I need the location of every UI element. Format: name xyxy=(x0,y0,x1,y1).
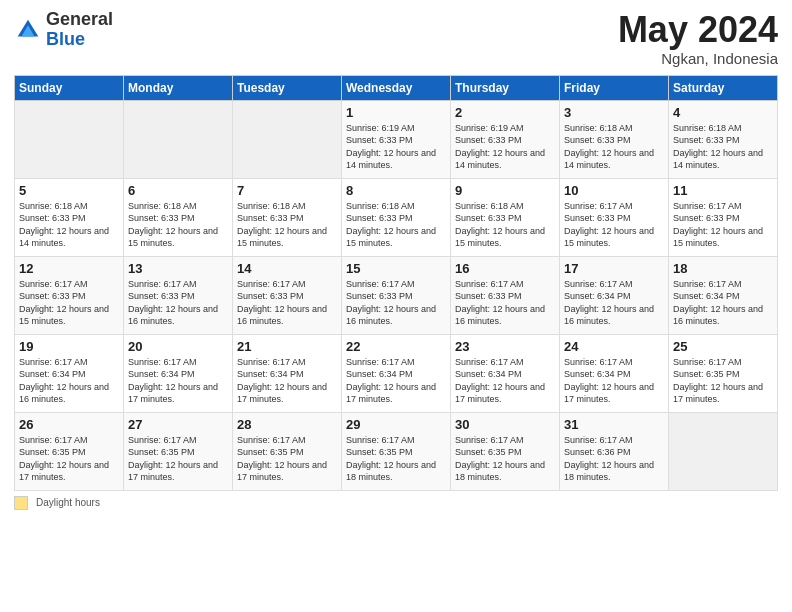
day-header: Friday xyxy=(560,75,669,100)
day-info: Sunrise: 6:17 AM Sunset: 6:35 PM Dayligh… xyxy=(237,434,337,484)
day-info: Sunrise: 6:17 AM Sunset: 6:34 PM Dayligh… xyxy=(673,278,773,328)
calendar-cell: 15Sunrise: 6:17 AM Sunset: 6:33 PM Dayli… xyxy=(342,256,451,334)
day-info: Sunrise: 6:17 AM Sunset: 6:33 PM Dayligh… xyxy=(673,200,773,250)
calendar-cell: 25Sunrise: 6:17 AM Sunset: 6:35 PM Dayli… xyxy=(669,334,778,412)
calendar-body: 1Sunrise: 6:19 AM Sunset: 6:33 PM Daylig… xyxy=(15,100,778,490)
header: General Blue May 2024 Ngkan, Indonesia xyxy=(14,10,778,67)
calendar-cell: 16Sunrise: 6:17 AM Sunset: 6:33 PM Dayli… xyxy=(451,256,560,334)
day-info: Sunrise: 6:17 AM Sunset: 6:33 PM Dayligh… xyxy=(237,278,337,328)
calendar-cell: 26Sunrise: 6:17 AM Sunset: 6:35 PM Dayli… xyxy=(15,412,124,490)
calendar-cell: 9Sunrise: 6:18 AM Sunset: 6:33 PM Daylig… xyxy=(451,178,560,256)
day-number: 27 xyxy=(128,417,228,432)
day-number: 31 xyxy=(564,417,664,432)
footer: Daylight hours xyxy=(14,496,778,510)
calendar-header-row: SundayMondayTuesdayWednesdayThursdayFrid… xyxy=(15,75,778,100)
day-info: Sunrise: 6:17 AM Sunset: 6:35 PM Dayligh… xyxy=(673,356,773,406)
day-number: 30 xyxy=(455,417,555,432)
day-number: 28 xyxy=(237,417,337,432)
day-info: Sunrise: 6:17 AM Sunset: 6:33 PM Dayligh… xyxy=(346,278,446,328)
calendar-cell: 20Sunrise: 6:17 AM Sunset: 6:34 PM Dayli… xyxy=(124,334,233,412)
calendar-week-row: 12Sunrise: 6:17 AM Sunset: 6:33 PM Dayli… xyxy=(15,256,778,334)
day-info: Sunrise: 6:17 AM Sunset: 6:33 PM Dayligh… xyxy=(564,200,664,250)
calendar-cell: 7Sunrise: 6:18 AM Sunset: 6:33 PM Daylig… xyxy=(233,178,342,256)
calendar-cell: 17Sunrise: 6:17 AM Sunset: 6:34 PM Dayli… xyxy=(560,256,669,334)
daylight-swatch xyxy=(14,496,28,510)
calendar-cell: 4Sunrise: 6:18 AM Sunset: 6:33 PM Daylig… xyxy=(669,100,778,178)
calendar-cell: 31Sunrise: 6:17 AM Sunset: 6:36 PM Dayli… xyxy=(560,412,669,490)
logo-blue: Blue xyxy=(46,30,113,50)
day-number: 22 xyxy=(346,339,446,354)
day-info: Sunrise: 6:17 AM Sunset: 6:35 PM Dayligh… xyxy=(346,434,446,484)
calendar-week-row: 19Sunrise: 6:17 AM Sunset: 6:34 PM Dayli… xyxy=(15,334,778,412)
calendar-cell: 28Sunrise: 6:17 AM Sunset: 6:35 PM Dayli… xyxy=(233,412,342,490)
day-number: 14 xyxy=(237,261,337,276)
title-location: Ngkan, Indonesia xyxy=(618,50,778,67)
day-number: 8 xyxy=(346,183,446,198)
calendar-cell: 23Sunrise: 6:17 AM Sunset: 6:34 PM Dayli… xyxy=(451,334,560,412)
calendar-cell: 29Sunrise: 6:17 AM Sunset: 6:35 PM Dayli… xyxy=(342,412,451,490)
day-info: Sunrise: 6:18 AM Sunset: 6:33 PM Dayligh… xyxy=(346,200,446,250)
day-info: Sunrise: 6:18 AM Sunset: 6:33 PM Dayligh… xyxy=(673,122,773,172)
day-number: 7 xyxy=(237,183,337,198)
day-header: Tuesday xyxy=(233,75,342,100)
day-info: Sunrise: 6:17 AM Sunset: 6:34 PM Dayligh… xyxy=(346,356,446,406)
day-number: 17 xyxy=(564,261,664,276)
day-info: Sunrise: 6:17 AM Sunset: 6:33 PM Dayligh… xyxy=(128,278,228,328)
day-info: Sunrise: 6:17 AM Sunset: 6:34 PM Dayligh… xyxy=(19,356,119,406)
calendar-cell xyxy=(669,412,778,490)
day-info: Sunrise: 6:17 AM Sunset: 6:36 PM Dayligh… xyxy=(564,434,664,484)
calendar-week-row: 5Sunrise: 6:18 AM Sunset: 6:33 PM Daylig… xyxy=(15,178,778,256)
day-number: 11 xyxy=(673,183,773,198)
calendar-table: SundayMondayTuesdayWednesdayThursdayFrid… xyxy=(14,75,778,491)
day-number: 2 xyxy=(455,105,555,120)
day-info: Sunrise: 6:17 AM Sunset: 6:35 PM Dayligh… xyxy=(128,434,228,484)
day-info: Sunrise: 6:17 AM Sunset: 6:35 PM Dayligh… xyxy=(19,434,119,484)
day-header: Monday xyxy=(124,75,233,100)
day-info: Sunrise: 6:18 AM Sunset: 6:33 PM Dayligh… xyxy=(564,122,664,172)
logo: General Blue xyxy=(14,10,113,50)
day-header: Sunday xyxy=(15,75,124,100)
logo-icon xyxy=(14,16,42,44)
day-number: 24 xyxy=(564,339,664,354)
calendar-cell xyxy=(124,100,233,178)
day-number: 25 xyxy=(673,339,773,354)
calendar-week-row: 26Sunrise: 6:17 AM Sunset: 6:35 PM Dayli… xyxy=(15,412,778,490)
day-info: Sunrise: 6:17 AM Sunset: 6:34 PM Dayligh… xyxy=(564,278,664,328)
calendar-cell xyxy=(233,100,342,178)
calendar-cell: 14Sunrise: 6:17 AM Sunset: 6:33 PM Dayli… xyxy=(233,256,342,334)
day-number: 1 xyxy=(346,105,446,120)
day-number: 20 xyxy=(128,339,228,354)
day-info: Sunrise: 6:17 AM Sunset: 6:34 PM Dayligh… xyxy=(564,356,664,406)
day-info: Sunrise: 6:17 AM Sunset: 6:34 PM Dayligh… xyxy=(455,356,555,406)
title-month: May 2024 xyxy=(618,10,778,50)
day-info: Sunrise: 6:18 AM Sunset: 6:33 PM Dayligh… xyxy=(128,200,228,250)
day-info: Sunrise: 6:17 AM Sunset: 6:34 PM Dayligh… xyxy=(237,356,337,406)
calendar-cell: 1Sunrise: 6:19 AM Sunset: 6:33 PM Daylig… xyxy=(342,100,451,178)
day-number: 23 xyxy=(455,339,555,354)
day-header: Thursday xyxy=(451,75,560,100)
calendar-cell: 22Sunrise: 6:17 AM Sunset: 6:34 PM Dayli… xyxy=(342,334,451,412)
calendar-cell: 6Sunrise: 6:18 AM Sunset: 6:33 PM Daylig… xyxy=(124,178,233,256)
day-number: 16 xyxy=(455,261,555,276)
page: General Blue May 2024 Ngkan, Indonesia S… xyxy=(0,0,792,612)
day-info: Sunrise: 6:18 AM Sunset: 6:33 PM Dayligh… xyxy=(19,200,119,250)
footer-label: Daylight hours xyxy=(36,497,100,508)
calendar-cell: 2Sunrise: 6:19 AM Sunset: 6:33 PM Daylig… xyxy=(451,100,560,178)
day-number: 5 xyxy=(19,183,119,198)
calendar-cell: 8Sunrise: 6:18 AM Sunset: 6:33 PM Daylig… xyxy=(342,178,451,256)
calendar-cell: 3Sunrise: 6:18 AM Sunset: 6:33 PM Daylig… xyxy=(560,100,669,178)
day-info: Sunrise: 6:19 AM Sunset: 6:33 PM Dayligh… xyxy=(455,122,555,172)
day-number: 12 xyxy=(19,261,119,276)
day-number: 10 xyxy=(564,183,664,198)
calendar-cell: 12Sunrise: 6:17 AM Sunset: 6:33 PM Dayli… xyxy=(15,256,124,334)
logo-text: General Blue xyxy=(46,10,113,50)
logo-general: General xyxy=(46,10,113,30)
calendar-cell: 5Sunrise: 6:18 AM Sunset: 6:33 PM Daylig… xyxy=(15,178,124,256)
day-number: 19 xyxy=(19,339,119,354)
day-number: 15 xyxy=(346,261,446,276)
day-info: Sunrise: 6:18 AM Sunset: 6:33 PM Dayligh… xyxy=(455,200,555,250)
day-number: 29 xyxy=(346,417,446,432)
day-number: 9 xyxy=(455,183,555,198)
calendar-cell: 18Sunrise: 6:17 AM Sunset: 6:34 PM Dayli… xyxy=(669,256,778,334)
day-header: Saturday xyxy=(669,75,778,100)
